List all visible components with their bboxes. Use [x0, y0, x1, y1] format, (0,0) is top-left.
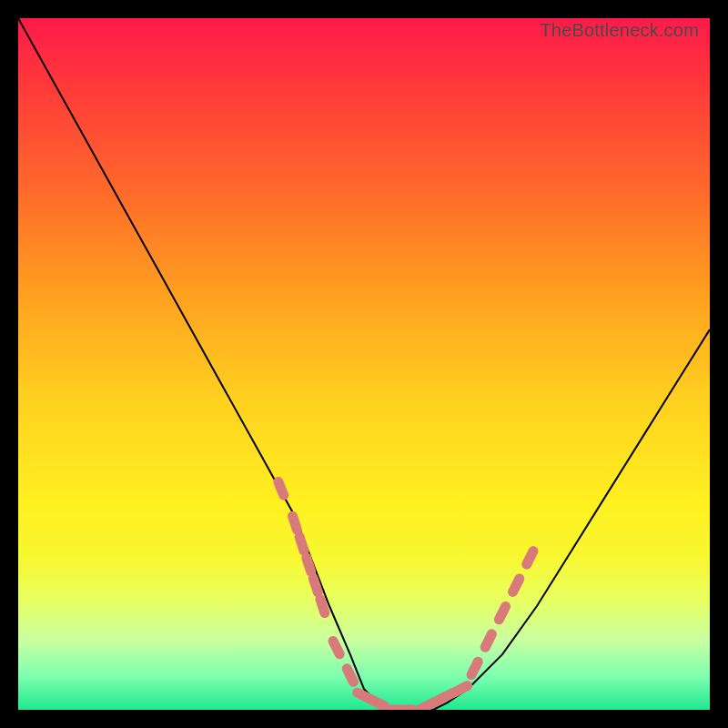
curve-dash	[454, 686, 467, 693]
chart-plot-area: TheBottleneck.com	[18, 18, 710, 710]
curve-dash	[471, 662, 478, 674]
curve-dash	[371, 700, 384, 706]
curve-dash	[278, 481, 284, 495]
curve-dash	[299, 537, 304, 551]
curve-dash	[313, 579, 318, 592]
curve-dash	[307, 558, 311, 571]
curve-dash	[527, 551, 533, 564]
curve-line	[18, 18, 710, 710]
curve-dash	[320, 599, 325, 612]
curve-dash	[485, 634, 491, 647]
chart-svg	[18, 18, 710, 710]
curve-dash	[513, 579, 520, 592]
curve-dash	[333, 641, 339, 653]
curve-dash	[293, 516, 298, 530]
curve-dash	[499, 606, 505, 619]
curve-dash	[347, 669, 353, 682]
